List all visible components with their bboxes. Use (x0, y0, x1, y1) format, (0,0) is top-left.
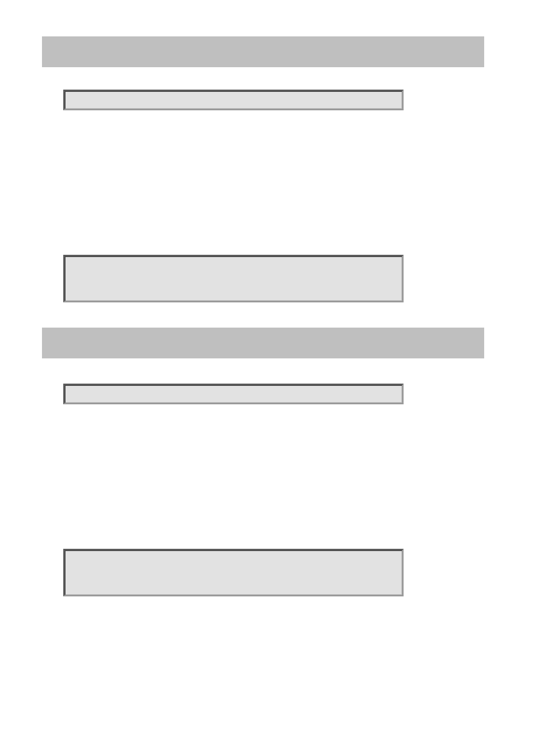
content-box-2b (63, 549, 404, 596)
content-box-1a (63, 90, 404, 110)
content-box-1b (63, 255, 404, 302)
section-header-1 (42, 36, 484, 67)
content-box-2a (63, 384, 404, 404)
section-header-2 (42, 328, 484, 358)
